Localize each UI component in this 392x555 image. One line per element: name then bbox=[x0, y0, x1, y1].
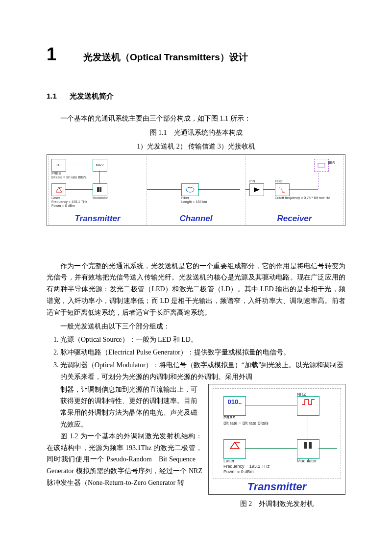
page: 1 光发送机（Optical Transmitters）设计 1.1 光发送机简… bbox=[0, 0, 392, 538]
fiber-node bbox=[181, 183, 199, 196]
figure2-caption: 图 2 外调制激光发射机 bbox=[208, 500, 345, 508]
wire bbox=[65, 165, 93, 165]
section-number: 1.1 bbox=[47, 92, 57, 100]
figure1-caption-line2: 1）光发送机 2） 传输信道 3）光接收机 bbox=[47, 141, 345, 152]
laser-pow: Power = 0 dBm bbox=[51, 204, 75, 208]
fiber-length: Length = 185 km bbox=[181, 200, 207, 204]
list-item-text: 脉冲驱动电路（Electrical Pulse Generator）：提供数字量… bbox=[60, 349, 290, 356]
wire bbox=[245, 189, 249, 190]
pin-icon bbox=[253, 186, 261, 193]
two-column-row: 制器，让调制信息加到光源的直流输出上，可获得更好的调制特性、更好的调制速率。目前… bbox=[47, 384, 345, 508]
figure2-diagram: 010.. PRBS Bit rate = Bit rate Bits/s NR… bbox=[210, 385, 344, 493]
prbs-label: PRBS bbox=[51, 172, 61, 176]
wire bbox=[318, 171, 318, 189]
section-title: 光发送机简介 bbox=[70, 92, 114, 100]
wire bbox=[308, 415, 308, 439]
filter-label: Filter bbox=[275, 179, 283, 183]
prbs-rate: Bit rate = Bit rate Bits/s bbox=[223, 421, 292, 426]
ber-icon bbox=[317, 162, 326, 169]
paragraph: 一般光发送机由以下三个部分组成： bbox=[47, 321, 345, 332]
svg-rect-7 bbox=[309, 442, 312, 449]
laser-freq: Frequency = 193.1 THz bbox=[51, 200, 87, 204]
svg-point-3 bbox=[186, 187, 194, 192]
wire bbox=[65, 189, 93, 190]
prbs-label: PRBS bbox=[223, 416, 236, 421]
fiber-label: Fiber bbox=[181, 196, 189, 200]
modulator-label: Modulator bbox=[297, 459, 317, 464]
prbs-node: 01 bbox=[51, 159, 66, 172]
filter-icon bbox=[278, 186, 286, 193]
svg-rect-1 bbox=[97, 187, 99, 192]
right-column: 010.. PRBS Bit rate = Bit rate Bits/s NR… bbox=[208, 384, 345, 508]
left-column: 制器，让调制信息加到光源的直流输出上，可获得更好的调制特性、更好的调制速率。目前… bbox=[47, 384, 202, 491]
filter-cutoff: Cutoff frequency = 0.75 * Bit rate Hz bbox=[275, 196, 334, 200]
prbs-rate: Bit rate = Bit rate Bits/s bbox=[51, 176, 105, 179]
figure2-box: 010.. PRBS Bit rate = Bit rate Bits/s NR… bbox=[208, 384, 345, 495]
wire bbox=[147, 189, 181, 190]
wire bbox=[263, 189, 275, 190]
modulator-label: Modulator bbox=[93, 196, 108, 200]
figure1-caption-line1: 图 1.1 光通讯系统的基本构成 bbox=[47, 127, 345, 138]
list-item-text: 光源（Optical Source）：一般为 LED 和 LD。 bbox=[60, 336, 197, 343]
wire bbox=[318, 448, 337, 449]
pin-node bbox=[249, 183, 264, 196]
nrz-node: NRZ bbox=[93, 159, 107, 172]
transmitter-label: Transmitter bbox=[210, 480, 344, 493]
svg-rect-6 bbox=[304, 442, 307, 449]
figure1-transmitter-col: 01 PRBS Bit rate = Bit rate Bits/s NRZ L… bbox=[48, 156, 147, 225]
chapter-header: 1 光发送机（Optical Transmitters）设计 bbox=[47, 44, 345, 65]
laser-node bbox=[51, 183, 66, 196]
figure1-box: 01 PRBS Bit rate = Bit rate Bits/s NRZ L… bbox=[47, 154, 345, 226]
receiver-label: Receiver bbox=[245, 214, 343, 224]
chapter-number: 1 bbox=[47, 44, 56, 65]
modulator-icon bbox=[96, 186, 104, 193]
fiber-icon bbox=[185, 186, 195, 193]
laser-icon bbox=[55, 186, 63, 193]
wire bbox=[198, 189, 240, 190]
channel-label: Channel bbox=[147, 214, 245, 224]
ordered-list: 光源（Optical Source）：一般为 LED 和 LD。 脉冲驱动电路（… bbox=[60, 334, 345, 382]
wire bbox=[245, 448, 297, 449]
nrz-text: NRZ bbox=[96, 163, 104, 167]
laser-node bbox=[223, 439, 246, 459]
figure1-channel-col: Fiber Length = 185 km Channel bbox=[147, 156, 245, 225]
paragraph: 一个基本的光通讯系统主要由三个部分构成，如下图 1.1 所示： bbox=[47, 113, 345, 125]
wire bbox=[289, 189, 318, 190]
modulator-node bbox=[93, 183, 107, 196]
modulator-node bbox=[297, 439, 319, 459]
list-item: 光调制器（Optical Modulator）：将电信号（数字或模拟量）“加载”… bbox=[60, 359, 345, 383]
list-continuation: 制器，让调制信息加到光源的直流输出上，可获得更好的调制特性、更好的调制速率。目前… bbox=[60, 384, 202, 430]
pin-label: PIN bbox=[249, 179, 255, 183]
list-item: 脉冲驱动电路（Electrical Pulse Generator）：提供数字量… bbox=[60, 347, 345, 358]
chapter-title: 光发送机（Optical Transmitters）设计 bbox=[83, 51, 248, 64]
figure1-diagram: 01 PRBS Bit rate = Bit rate Bits/s NRZ L… bbox=[48, 156, 344, 225]
laser-label: Laser bbox=[223, 459, 235, 464]
laser-pow: Power = 0 dBm bbox=[223, 470, 254, 475]
nrz-label: NRZ bbox=[297, 392, 306, 397]
nrz-icon bbox=[297, 397, 319, 407]
laser-freq: Frequency = 193.1 THz bbox=[223, 464, 270, 469]
list-item: 光源（Optical Source）：一般为 LED 和 LD。 bbox=[60, 334, 345, 346]
list-item-text: 光调制器（Optical Modulator）：将电信号（数字或模拟量）“加载”… bbox=[60, 361, 343, 380]
modulator-icon bbox=[297, 440, 319, 451]
ber-label: BER bbox=[328, 161, 335, 165]
ber-node bbox=[314, 159, 329, 172]
paragraph: 作为一个完整的光通讯系统，光发送机是它的一个重要组成部分，它的作用是将电信号转变… bbox=[47, 260, 345, 319]
prbs-icon-text: 010.. bbox=[224, 397, 245, 407]
paragraph: 图 1.2 为一个基本的外调制激光发射机结构：在该结构中，光源为频率 193.1… bbox=[47, 430, 202, 489]
figure1-receiver-col: PIN Filter Cutoff frequency = 0.75 * Bit… bbox=[245, 156, 344, 225]
svg-rect-4 bbox=[318, 163, 325, 167]
nrz-node bbox=[297, 396, 319, 416]
transmitter-label: Transmitter bbox=[49, 214, 147, 224]
prbs-text: 01 bbox=[57, 163, 61, 167]
laser-label: Laser bbox=[51, 196, 60, 200]
wire bbox=[99, 171, 100, 183]
svg-rect-2 bbox=[99, 187, 101, 192]
laser-icon bbox=[224, 440, 245, 451]
wire bbox=[245, 405, 297, 405]
filter-node bbox=[275, 183, 290, 196]
section-heading: 1.1 光发送机简介 bbox=[47, 92, 345, 101]
prbs-node: 010.. bbox=[223, 396, 246, 416]
